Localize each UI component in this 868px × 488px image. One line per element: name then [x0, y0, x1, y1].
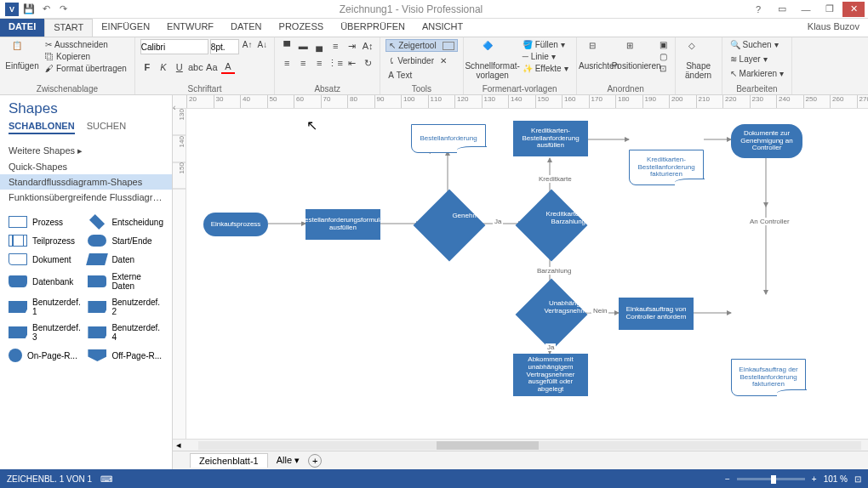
stencils-tab[interactable]: SCHABLONEN: [9, 121, 75, 134]
help-icon[interactable]: ?: [747, 2, 769, 17]
send-back-button[interactable]: ▢: [657, 51, 670, 62]
align-middle-icon[interactable]: ▬: [296, 39, 310, 53]
layer-button[interactable]: ≋Layer ▾: [728, 54, 770, 65]
node-start[interactable]: Einkaufsprozess: [203, 213, 268, 236]
select-button[interactable]: ↖Markieren ▾: [728, 68, 786, 79]
font-color-button[interactable]: A: [221, 60, 235, 74]
line-button[interactable]: ─Linie ▾: [520, 51, 571, 62]
align-center-icon[interactable]: ≡: [296, 56, 310, 70]
redo-icon[interactable]: ↷: [56, 3, 70, 16]
shape-master[interactable]: Off-Page-R...: [86, 346, 165, 365]
maximize-button[interactable]: ❐: [819, 2, 841, 17]
h-scrollbar[interactable]: [198, 441, 861, 450]
align-left-icon[interactable]: ≡: [280, 56, 294, 70]
format-painter-button[interactable]: 🖌Format übertragen: [43, 63, 129, 74]
shrink-font-icon[interactable]: A↓: [256, 39, 270, 54]
rotate-text-icon[interactable]: ↻: [361, 56, 374, 70]
shape-master[interactable]: Benutzerdef. 1: [7, 295, 84, 319]
drawing-canvas[interactable]: Einkaufsprozess Bestellanforderungsformu…: [186, 109, 868, 439]
zoom-out-button[interactable]: −: [725, 474, 730, 484]
tab-review[interactable]: ÜBERPRÜFEN: [332, 19, 414, 37]
bring-front-button[interactable]: ▣: [657, 39, 670, 50]
node-order-invoice[interactable]: Einkaufsauftrag der Bestellanforderung f…: [731, 359, 806, 396]
node-form[interactable]: Bestellanforderungsformular ausfüllen: [306, 209, 380, 240]
fit-window-icon[interactable]: ⊡: [854, 474, 861, 484]
stencil-more[interactable]: Weitere Shapes ▸: [0, 143, 172, 159]
ribbon-toggle-icon[interactable]: ▭: [771, 2, 793, 17]
group-button[interactable]: ⊡: [657, 63, 670, 74]
node-agreement[interactable]: Abkommen mit unabhängigem Vertragsnehmer…: [513, 354, 588, 396]
node-payment[interactable]: Kreditkarte oder Barzahlung?: [524, 198, 579, 253]
sheet-tab-1[interactable]: Zeichenblatt-1: [190, 453, 268, 468]
shape-master[interactable]: Daten: [86, 251, 165, 268]
connector-tool-button[interactable]: ⤹Verbinder✕: [385, 55, 449, 66]
italic-button[interactable]: K: [157, 60, 170, 74]
user-name[interactable]: Klaus Buzov: [799, 19, 868, 37]
shape-master[interactable]: Prozess: [7, 213, 84, 230]
search-tab[interactable]: SUCHEN: [87, 121, 126, 134]
grow-font-icon[interactable]: A↑: [241, 39, 254, 54]
numbering-icon[interactable]: ⋮≡: [328, 56, 342, 70]
shape-master[interactable]: Benutzerdef. 2: [86, 295, 165, 319]
tab-view[interactable]: ANSICHT: [414, 19, 471, 37]
tab-design[interactable]: ENTWURF: [158, 19, 222, 37]
shape-master[interactable]: Externe Daten: [86, 270, 165, 293]
fill-button[interactable]: 🪣Füllen ▾: [520, 39, 571, 50]
node-req-doc[interactable]: Bestellanforderung: [411, 124, 486, 153]
text-dir-icon[interactable]: A↕: [361, 39, 374, 53]
outdent-icon[interactable]: ⇤: [345, 56, 358, 70]
align-right-icon[interactable]: ≡: [312, 56, 326, 70]
tab-start[interactable]: START: [44, 19, 93, 37]
undo-icon[interactable]: ↶: [39, 3, 53, 16]
lang-icon[interactable]: ⌨: [100, 474, 112, 484]
find-button[interactable]: 🔍Suchen ▾: [728, 39, 781, 50]
cut-button[interactable]: ✂Ausschneiden: [43, 39, 129, 50]
align-top-icon[interactable]: ▀: [280, 39, 294, 53]
font-name-input[interactable]: [140, 39, 208, 54]
indent-icon[interactable]: ⇥: [345, 39, 358, 53]
close-button[interactable]: ✕: [842, 2, 865, 17]
quick-styles-button[interactable]: 🔷 Schnellformat-vorlagen: [469, 39, 517, 82]
tab-insert[interactable]: EINFÜGEN: [93, 19, 158, 37]
node-cc-invoice[interactable]: Kreditkarten-Bestellanforderung fakturie…: [629, 150, 704, 185]
panel-collapse-icon[interactable]: ‹: [173, 99, 181, 116]
node-contractor[interactable]: Unabhängiger Vertragsnehmer?: [524, 287, 579, 342]
node-docs-ctrl[interactable]: Dokumente zur Genehmigung an Controller: [731, 124, 802, 158]
bold-button[interactable]: F: [140, 60, 154, 74]
stencil-flowchart[interactable]: Standardflussdiagramm-Shapes: [0, 174, 172, 190]
zoom-slider[interactable]: [737, 478, 805, 480]
tab-data[interactable]: DATEN: [222, 19, 270, 37]
bullets-icon[interactable]: ≡: [328, 39, 342, 53]
visio-icon[interactable]: V: [5, 3, 19, 16]
stencil-crossfunc[interactable]: Funktionsübergreifende Flussdiagramm-Sha…: [0, 190, 172, 205]
add-sheet-button[interactable]: +: [308, 454, 322, 468]
sheet-all[interactable]: Alle ▾: [277, 455, 300, 466]
node-order-ctrl[interactable]: Einkaufsauftrag von Controller anfordern: [619, 298, 694, 330]
align-bottom-icon[interactable]: ▄: [312, 39, 326, 53]
copy-button[interactable]: ⿻Kopieren: [43, 51, 129, 62]
tab-file[interactable]: DATEI: [0, 19, 44, 37]
save-icon[interactable]: 💾: [22, 3, 36, 16]
tab-process[interactable]: PROZESS: [271, 19, 333, 37]
case-button[interactable]: Aa: [205, 60, 219, 74]
shape-master[interactable]: Teilprozess: [7, 232, 84, 249]
node-cc-fill[interactable]: Kreditkarten-Bestellanforderung ausfülle…: [513, 121, 588, 156]
zoom-level[interactable]: 101 %: [824, 474, 848, 484]
stencil-quick[interactable]: Quick-Shapes: [0, 159, 172, 174]
font-size-input[interactable]: [210, 39, 239, 54]
shape-master[interactable]: Datenbank: [7, 270, 84, 293]
position-button[interactable]: ⊞Positionieren: [620, 39, 654, 72]
text-tool-button[interactable]: AText: [385, 70, 414, 81]
scroll-left-icon[interactable]: ◂: [176, 440, 181, 451]
strike-button[interactable]: abc: [189, 60, 203, 74]
pointer-tool-button[interactable]: ↖Zeigertool: [385, 39, 457, 52]
paste-button[interactable]: 📋 Einfügen: [5, 39, 39, 72]
shape-master[interactable]: Entscheidung: [86, 213, 165, 230]
shape-master[interactable]: Dokument: [7, 251, 84, 268]
underline-button[interactable]: U: [173, 60, 186, 74]
shape-master[interactable]: Benutzerdef. 3: [7, 321, 84, 344]
shape-master[interactable]: On-Page-R...: [7, 346, 84, 365]
node-approved[interactable]: Genehmigt?: [422, 198, 477, 253]
zoom-in-button[interactable]: +: [812, 474, 817, 484]
align-button[interactable]: ⊟Ausrichten: [582, 39, 616, 72]
